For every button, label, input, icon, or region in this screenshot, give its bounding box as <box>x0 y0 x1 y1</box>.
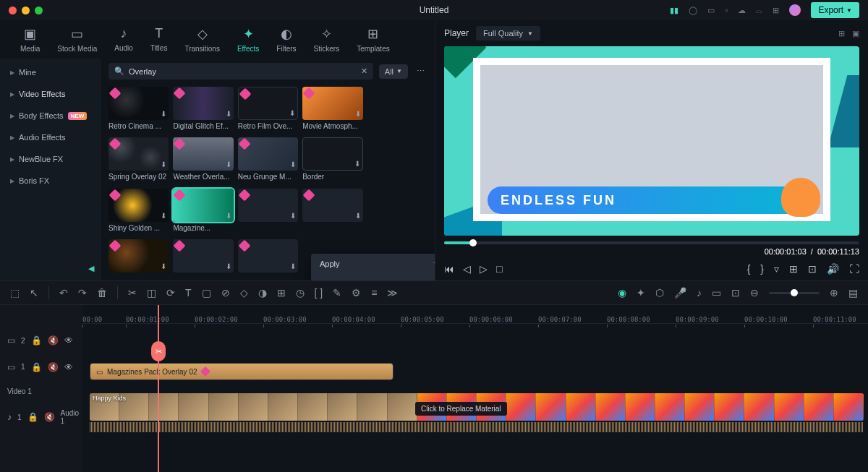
download-icon[interactable]: ⬇ <box>355 212 361 220</box>
grid-view-icon[interactable]: ⊞ <box>838 29 845 38</box>
redo-icon[interactable]: ↷ <box>78 287 87 299</box>
scissors-icon[interactable]: ✂ <box>151 341 166 361</box>
ctx-apply[interactable]: Apply ⌥A <box>311 254 435 274</box>
effect-thumb[interactable]: ⬇ <box>238 239 298 278</box>
lib-tab-templates[interactable]: ⊞Templates <box>357 26 390 53</box>
player-tab[interactable]: Player <box>444 28 469 38</box>
sidebar-item-boris-fx[interactable]: ▶Boris FX <box>0 170 101 192</box>
quality-dropdown[interactable]: Full Quality ▼ <box>476 26 540 40</box>
gift-icon[interactable]: ▮▮ <box>670 6 678 15</box>
edit-tool-icon[interactable]: ✎ <box>333 287 341 299</box>
zoom-out-icon[interactable]: ⊖ <box>750 287 759 299</box>
download-icon[interactable]: ⬇ <box>226 160 231 168</box>
select-tool-icon[interactable]: ⬚ <box>10 287 20 299</box>
lib-tab-stickers[interactable]: ✧Stickers <box>314 26 340 53</box>
effect-thumb[interactable]: ⬇Neu Grunge M... <box>238 137 298 184</box>
export-button[interactable]: Export ▼ <box>811 2 859 18</box>
effect-thumb[interactable]: ⬇Border <box>302 137 362 184</box>
lib-tab-media[interactable]: ▣Media <box>20 26 40 53</box>
shield-icon[interactable]: ⬡ <box>655 287 664 299</box>
effects-panel-icon[interactable]: ✦ <box>637 287 645 299</box>
media-icon[interactable]: ▭ <box>712 287 721 299</box>
download-icon[interactable]: ⬇ <box>355 110 361 118</box>
sidebar-item-newblue-fx[interactable]: ▶NewBlue FX <box>0 148 101 170</box>
effect-thumb[interactable]: ⬇Magazine... <box>173 189 233 235</box>
timer-icon[interactable]: ◷ <box>296 287 305 299</box>
download-icon[interactable]: ⬇ <box>161 262 166 270</box>
effect-thumb[interactable]: ⬇Digital Glitch Ef... <box>173 87 233 133</box>
play-backward-icon[interactable]: ◁ <box>463 263 471 275</box>
track-header-video1[interactable]: ▭ 1 🔒 🔇 👁 Video 1 <box>0 357 82 400</box>
text-icon[interactable]: T <box>185 287 192 299</box>
mute-icon[interactable]: 🔇 <box>48 362 59 372</box>
lib-tab-effects[interactable]: ✦Effects <box>237 26 259 53</box>
track-header-overlay[interactable]: ▭ 2 🔒 🔇 👁 <box>0 324 82 357</box>
subtitle-icon[interactable]: ⊡ <box>731 287 740 299</box>
filter-dropdown[interactable]: All ▼ <box>379 64 408 79</box>
bracket-icon[interactable]: [ ] <box>315 287 323 299</box>
effect-thumb[interactable]: ⬇Retro Cinema ... <box>109 87 169 133</box>
timeline-track-video1[interactable]: Happy Kids Click to Replace Material <box>82 390 868 434</box>
effect-thumb[interactable]: ⬇ <box>238 189 298 235</box>
volume-icon[interactable]: 🔊 <box>827 263 839 275</box>
lock-icon[interactable]: 🔒 <box>27 412 38 422</box>
view-options-icon[interactable]: ▤ <box>848 287 858 299</box>
effect-thumb[interactable]: ⬇Spring Overlay 02 <box>109 137 169 184</box>
effect-thumb[interactable]: ⬇Weather Overla... <box>173 137 233 184</box>
more-tools-icon[interactable]: ≫ <box>387 287 398 299</box>
minimize-window-icon[interactable] <box>22 7 30 14</box>
prev-frame-icon[interactable]: ⏮ <box>444 263 454 275</box>
download-icon[interactable]: ⬇ <box>226 212 231 220</box>
download-icon[interactable]: ⬇ <box>290 160 296 168</box>
progress-handle-icon[interactable] <box>469 239 477 246</box>
mask-icon[interactable]: ▢ <box>202 287 211 299</box>
brace-close-icon[interactable]: } <box>760 263 764 275</box>
color-icon[interactable]: ◑ <box>258 287 267 299</box>
apps-icon[interactable]: ⊞ <box>773 6 779 15</box>
ai-icon[interactable]: ◉ <box>618 287 626 299</box>
preview-screen[interactable]: ENDLESS FUN <box>444 46 859 236</box>
clear-search-icon[interactable]: ✕ <box>361 66 367 76</box>
download-icon[interactable]: ⬇ <box>161 110 166 118</box>
download-icon[interactable]: ⬇ <box>290 212 296 220</box>
track-header-audio1[interactable]: ♪ 1 🔒 🔇 Audio 1 <box>0 400 82 434</box>
effect-thumb[interactable]: ⬇ <box>173 239 233 278</box>
mute-icon[interactable]: 🔇 <box>44 412 55 422</box>
visibility-icon[interactable]: 👁 <box>64 335 73 346</box>
cursor-tool-icon[interactable]: ↖ <box>30 287 38 299</box>
effect-thumb[interactable]: ⬇Shiny Golden ... <box>109 189 169 235</box>
adjust-icon[interactable]: ⊞ <box>277 287 286 299</box>
effect-thumb[interactable]: ⬇Movie Atmosph... <box>302 87 362 133</box>
brace-open-icon[interactable]: { <box>747 263 751 275</box>
sidebar-item-audio-effects[interactable]: ▶Audio Effects <box>0 126 101 148</box>
cut-icon[interactable]: ✂ <box>128 287 137 299</box>
download-icon[interactable]: ⬇ <box>290 262 296 270</box>
lib-tab-filters[interactable]: ◐Filters <box>276 26 296 53</box>
timeline-ruler[interactable]: 00:0000:00:01:0000:00:02:0000:00:03:0000… <box>82 305 868 324</box>
mute-icon[interactable]: 🔇 <box>48 335 59 346</box>
user-avatar[interactable] <box>789 4 801 16</box>
speed-icon[interactable]: ⟳ <box>166 287 175 299</box>
download-icon[interactable]: ⬇ <box>289 109 295 117</box>
crop-icon[interactable]: ◫ <box>147 287 156 299</box>
delete-icon[interactable]: 🗑 <box>97 287 107 299</box>
snapshot-icon[interactable]: ⊡ <box>808 263 817 275</box>
grid-overlay-icon[interactable]: ⊞ <box>789 263 798 275</box>
settings-icon[interactable]: ⚙ <box>352 287 361 299</box>
download-icon[interactable]: ⬇ <box>226 110 231 118</box>
play-icon[interactable]: ▷ <box>480 263 488 275</box>
lock-icon[interactable]: 🔒 <box>31 362 42 372</box>
preview-progress-bar[interactable] <box>444 241 859 244</box>
more-options-icon[interactable]: ⋯ <box>414 66 427 76</box>
effect-thumb[interactable]: ⬇ <box>109 239 169 278</box>
download-icon[interactable]: ⬇ <box>161 160 166 168</box>
image-view-icon[interactable]: ▣ <box>852 29 859 38</box>
visibility-icon[interactable]: 👁 <box>64 362 73 372</box>
lib-tab-titles[interactable]: TTitles <box>150 26 168 53</box>
timeline-track-audio1[interactable] <box>82 434 868 467</box>
undo-icon[interactable]: ↶ <box>59 287 68 299</box>
mic-icon[interactable]: 🎤 <box>674 287 686 299</box>
lib-tab-transitions[interactable]: ◇Transitions <box>184 26 220 53</box>
ctx-find-similar[interactable]: Find Similar <box>311 274 435 280</box>
fullscreen-icon[interactable]: ⛶ <box>849 263 859 275</box>
